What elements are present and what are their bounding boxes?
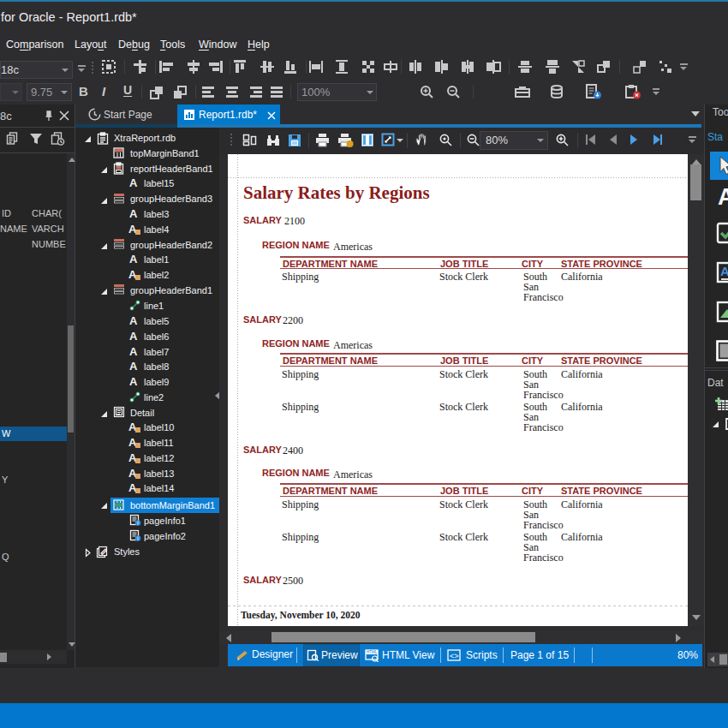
svg-text:<>: <> bbox=[450, 652, 459, 660]
svg-text:A: A bbox=[720, 264, 728, 278]
svg-text:HTML: HTML bbox=[367, 650, 378, 654]
